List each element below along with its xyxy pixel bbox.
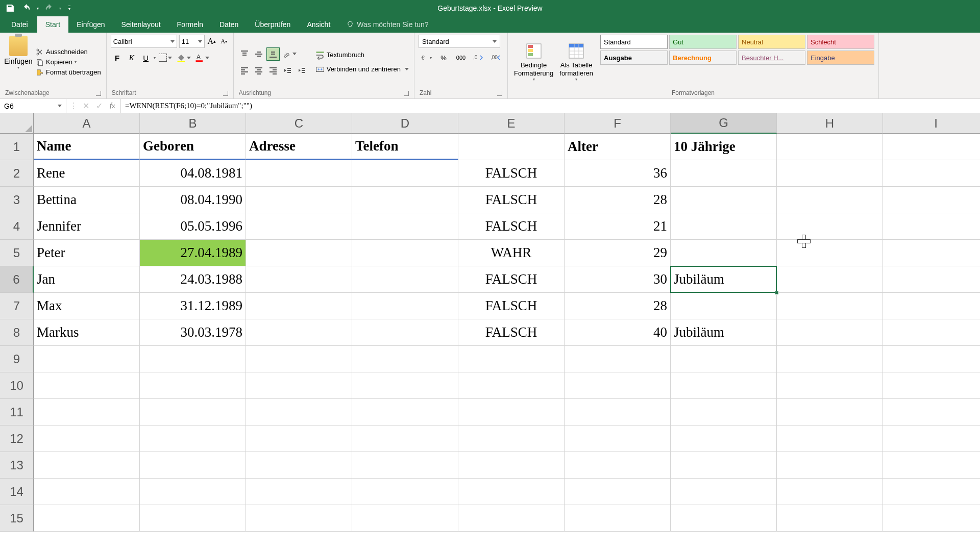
cell-I12[interactable]	[883, 425, 980, 452]
cell-F4[interactable]: 21	[565, 213, 671, 240]
row-header-12[interactable]: 12	[0, 425, 34, 452]
cell-H5[interactable]	[777, 240, 883, 266]
column-header-D[interactable]: D	[352, 113, 458, 134]
style-standard[interactable]: Standard	[600, 35, 668, 49]
cell-F7[interactable]: 28	[565, 293, 671, 319]
cell-I1[interactable]	[883, 134, 980, 160]
row-header-10[interactable]: 10	[0, 372, 34, 399]
underline-button[interactable]: U	[139, 51, 153, 64]
cell-D3[interactable]	[352, 187, 458, 213]
cell-B2[interactable]: 04.08.1981	[140, 160, 246, 187]
row-header-4[interactable]: 4	[0, 213, 34, 240]
style-besuchter[interactable]: Besuchter H...	[738, 51, 805, 65]
alignment-dialog-launcher[interactable]	[404, 91, 409, 96]
row-header-5[interactable]: 5	[0, 240, 34, 266]
cell-E6[interactable]: FALSCH	[458, 266, 565, 293]
tab-insert[interactable]: Einfügen	[68, 16, 113, 33]
row-header-9[interactable]: 9	[0, 346, 34, 372]
underline-dropdown[interactable]: ▾	[154, 56, 156, 60]
cell-A3[interactable]: Bettina	[34, 187, 140, 213]
font-dialog-launcher[interactable]	[223, 91, 228, 96]
cell-A11[interactable]	[34, 399, 140, 425]
redo-dropdown[interactable]: ▾	[59, 6, 61, 11]
cell-D4[interactable]	[352, 213, 458, 240]
cell-I3[interactable]	[883, 187, 980, 213]
cell-H14[interactable]	[777, 479, 883, 505]
wrap-text-button[interactable]: Textumbruch	[314, 49, 410, 61]
orientation-button[interactable]: ab	[281, 47, 298, 61]
row-header-8[interactable]: 8	[0, 319, 34, 346]
cell-D2[interactable]	[352, 160, 458, 187]
cell-I10[interactable]	[883, 372, 980, 399]
cell-A14[interactable]	[34, 479, 140, 505]
cell-G9[interactable]	[671, 346, 777, 372]
cell-F12[interactable]	[565, 425, 671, 452]
italic-button[interactable]: K	[125, 51, 138, 64]
row-header-6[interactable]: 6	[0, 266, 34, 293]
cell-A5[interactable]: Peter	[34, 240, 140, 266]
cell-C6[interactable]	[246, 266, 352, 293]
decrease-indent-button[interactable]	[281, 64, 294, 77]
align-middle-button[interactable]	[252, 47, 265, 61]
style-neutral[interactable]: Neutral	[738, 35, 805, 49]
cell-G2[interactable]	[671, 160, 777, 187]
cut-button[interactable]: Ausschneiden	[35, 47, 102, 57]
cell-D8[interactable]	[352, 319, 458, 346]
cell-A7[interactable]: Max	[34, 293, 140, 319]
cell-A10[interactable]	[34, 372, 140, 399]
cell-H13[interactable]	[777, 452, 883, 479]
cell-G4[interactable]	[671, 213, 777, 240]
cell-D10[interactable]	[352, 372, 458, 399]
cell-I9[interactable]	[883, 346, 980, 372]
cell-G14[interactable]	[671, 479, 777, 505]
cell-I5[interactable]	[883, 240, 980, 266]
cell-H10[interactable]	[777, 372, 883, 399]
align-right-button[interactable]	[266, 64, 280, 77]
format-painter-button[interactable]: Format übertragen	[35, 68, 102, 77]
cell-E4[interactable]: FALSCH	[458, 213, 565, 240]
cell-E5[interactable]: WAHR	[458, 240, 565, 266]
tab-pagelayout[interactable]: Seitenlayout	[113, 16, 169, 33]
align-top-button[interactable]	[238, 47, 251, 61]
clipboard-dialog-launcher[interactable]	[96, 91, 101, 96]
row-header-3[interactable]: 3	[0, 187, 34, 213]
cell-C8[interactable]	[246, 319, 352, 346]
tab-file[interactable]: Datei	[2, 16, 37, 33]
cell-B10[interactable]	[140, 372, 246, 399]
fill-color-button[interactable]	[175, 51, 192, 64]
cell-A15[interactable]	[34, 505, 140, 532]
cell-C4[interactable]	[246, 213, 352, 240]
increase-decimal-button[interactable]: ,0	[471, 51, 486, 64]
cell-F8[interactable]: 40	[565, 319, 671, 346]
cell-H12[interactable]	[777, 425, 883, 452]
cell-B12[interactable]	[140, 425, 246, 452]
cell-D13[interactable]	[352, 452, 458, 479]
fill-handle[interactable]	[775, 291, 779, 295]
cell-H11[interactable]	[777, 399, 883, 425]
tell-me-search[interactable]: Was möchten Sie tun?	[347, 16, 428, 33]
row-header-13[interactable]: 13	[0, 452, 34, 479]
cell-C1[interactable]: Adresse	[246, 134, 352, 160]
cell-B6[interactable]: 24.03.1988	[140, 266, 246, 293]
cell-H8[interactable]	[777, 319, 883, 346]
cell-D7[interactable]	[352, 293, 458, 319]
cell-B14[interactable]	[140, 479, 246, 505]
cell-I4[interactable]	[883, 213, 980, 240]
style-gut[interactable]: Gut	[669, 35, 737, 49]
cell-B13[interactable]	[140, 452, 246, 479]
cell-I14[interactable]	[883, 479, 980, 505]
column-header-C[interactable]: C	[246, 113, 352, 134]
cell-D5[interactable]	[352, 240, 458, 266]
cell-A12[interactable]	[34, 425, 140, 452]
cell-E9[interactable]	[458, 346, 565, 372]
cell-H1[interactable]	[777, 134, 883, 160]
cell-G15[interactable]	[671, 505, 777, 532]
number-format-combo[interactable]: Standard	[419, 35, 500, 48]
cell-C10[interactable]	[246, 372, 352, 399]
undo-button[interactable]	[20, 2, 33, 14]
tab-formulas[interactable]: Formeln	[169, 16, 211, 33]
row-header-14[interactable]: 14	[0, 479, 34, 505]
cell-H2[interactable]	[777, 160, 883, 187]
cell-E2[interactable]: FALSCH	[458, 160, 565, 187]
cell-A9[interactable]	[34, 346, 140, 372]
